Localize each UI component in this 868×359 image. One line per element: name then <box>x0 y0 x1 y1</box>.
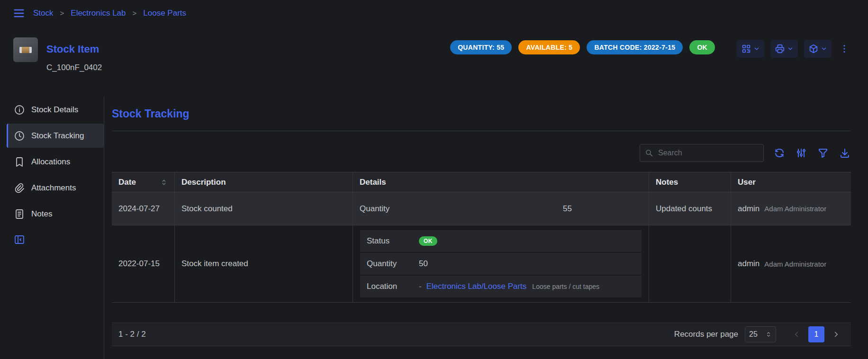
table-header-row: Date Description Details Notes User <box>112 172 851 192</box>
previous-page-button[interactable] <box>788 326 805 342</box>
detail-label: Location <box>367 282 419 291</box>
sidebar-item-attachments[interactable]: Attachments <box>7 176 104 200</box>
breadcrumb: Stock > Electronics Lab > Loose Parts <box>33 9 186 18</box>
info-circle-icon <box>14 104 25 116</box>
search-box <box>640 144 764 162</box>
cell-details: Quantity 55 <box>353 192 649 225</box>
username: admin <box>738 259 760 269</box>
user-full-name: Adam Administrator <box>764 260 826 268</box>
sidebar-item-label: Stock Details <box>31 105 78 115</box>
cell-description: Stock item created <box>174 225 353 302</box>
refresh-button[interactable] <box>773 147 786 159</box>
breadcrumb-link-electronics-lab[interactable]: Electronics Lab <box>71 9 126 18</box>
paperclip-icon <box>14 182 25 194</box>
status-ok-badge: OK <box>419 236 437 246</box>
detail-row-status: Status OK <box>360 230 642 252</box>
filter-button[interactable] <box>817 147 829 159</box>
status-ok-badge: OK <box>689 40 715 54</box>
printer-icon <box>775 44 785 54</box>
sidebar-item-label: Stock Tracking <box>31 131 84 141</box>
cell-notes <box>649 225 731 302</box>
sidebar: Stock Details Stock Tracking Allocations… <box>0 97 104 359</box>
chevron-left-icon <box>792 330 801 339</box>
sidebar-item-stock-tracking[interactable]: Stock Tracking <box>7 124 104 148</box>
dots-vertical-icon <box>839 44 850 54</box>
adjustments-icon <box>796 147 807 159</box>
breadcrumb-link-stock[interactable]: Stock <box>33 9 54 18</box>
column-header-details: Details <box>353 172 649 192</box>
record-range: 1 - 2 / 2 <box>118 330 146 339</box>
detail-label: Quantity <box>360 204 563 214</box>
cell-date: 2024-07-27 <box>112 192 174 225</box>
username: admin <box>738 204 760 214</box>
detail-value: 55 <box>563 204 572 214</box>
cell-details: Status OK Quantity 50 Location - Electro… <box>353 225 649 302</box>
batch-code-badge: BATCH CODE: 2022-7-15 <box>587 40 683 54</box>
chevron-right-icon <box>832 330 841 339</box>
detail-value: 50 <box>419 259 428 269</box>
table-row[interactable]: 2022-07-15 Stock item created Status OK … <box>112 225 851 303</box>
user-full-name: Adam Administrator <box>764 205 826 213</box>
sidebar-item-label: Attachments <box>31 183 76 193</box>
cell-date: 2022-07-15 <box>112 225 174 302</box>
download-icon <box>839 147 850 159</box>
location-dash: - <box>419 282 422 291</box>
column-header-notes: Notes <box>649 172 731 192</box>
sort-selector-icon <box>160 179 168 186</box>
top-navigation-bar: Stock > Electronics Lab > Loose Parts <box>0 0 868 26</box>
page-header: Stock Item C_100nF_0402 QUANTITY: 55 AVA… <box>0 26 868 97</box>
download-button[interactable] <box>839 147 851 159</box>
table-row[interactable]: 2024-07-27 Stock counted Quantity 55 Upd… <box>112 192 851 225</box>
sidebar-item-label: Allocations <box>31 157 70 167</box>
quantity-badge: QUANTITY: 55 <box>450 40 512 54</box>
filter-icon <box>817 147 829 159</box>
records-per-page-select[interactable]: 25 <box>745 326 776 342</box>
records-per-page-label: Records per page <box>674 330 738 339</box>
capacitor-image <box>19 47 32 53</box>
notes-icon <box>14 208 25 220</box>
panel-heading: Stock Tracking <box>112 108 851 120</box>
table-footer: 1 - 2 / 2 Records per page 25 1 <box>112 323 851 346</box>
cell-user: admin Adam Administrator <box>731 192 851 225</box>
hamburger-menu-button[interactable] <box>11 6 27 21</box>
records-per-page-value: 25 <box>749 330 758 339</box>
stock-item-thumbnail[interactable] <box>13 37 38 62</box>
chevron-down-icon <box>787 45 794 52</box>
detail-label: Status <box>367 236 419 246</box>
stock-operations-button[interactable] <box>804 40 832 58</box>
available-badge: AVAILABLE: 5 <box>518 40 580 54</box>
content-area: Stock Details Stock Tracking Allocations… <box>0 97 868 359</box>
sidebar-item-allocations[interactable]: Allocations <box>7 150 104 174</box>
stock-tracking-table: Date Description Details Notes User 2024… <box>112 172 851 346</box>
location-link[interactable]: Electronics Lab/Loose Parts <box>426 282 527 291</box>
detail-row-location: Location - Electronics Lab/Loose Parts L… <box>360 276 642 297</box>
page-1-button[interactable]: 1 <box>808 326 824 342</box>
heading-divider <box>112 131 851 131</box>
sidebar-item-stock-details[interactable]: Stock Details <box>7 98 104 122</box>
next-page-button[interactable] <box>828 326 844 342</box>
page-titles: Stock Item C_100nF_0402 <box>46 43 102 72</box>
more-actions-button[interactable] <box>838 40 851 58</box>
barcode-actions-button[interactable] <box>737 40 764 58</box>
column-header-label: Date <box>118 178 136 187</box>
column-header-user: User <box>731 172 851 192</box>
detail-label: Quantity <box>367 259 419 269</box>
location-description: Loose parts / cut tapes <box>532 283 599 290</box>
sidebar-collapse-icon <box>14 234 25 245</box>
search-input[interactable] <box>640 144 764 162</box>
history-clock-icon <box>14 130 25 142</box>
column-header-date[interactable]: Date <box>112 172 174 192</box>
header-actions <box>737 40 851 58</box>
breadcrumb-link-loose-parts[interactable]: Loose Parts <box>143 9 186 18</box>
pagination: 1 <box>788 326 844 342</box>
sidebar-item-notes[interactable]: Notes <box>7 202 104 226</box>
main-panel: Stock Tracking Dat <box>104 97 868 359</box>
page-title: Stock Item <box>46 43 102 55</box>
print-actions-button[interactable] <box>770 40 798 58</box>
sidebar-collapse-button[interactable] <box>12 233 27 247</box>
chevron-down-icon <box>753 45 760 52</box>
table-settings-button[interactable] <box>795 147 807 159</box>
cell-notes: Updated counts <box>649 192 731 225</box>
column-header-description: Description <box>174 172 353 192</box>
chevron-down-icon <box>821 45 827 52</box>
